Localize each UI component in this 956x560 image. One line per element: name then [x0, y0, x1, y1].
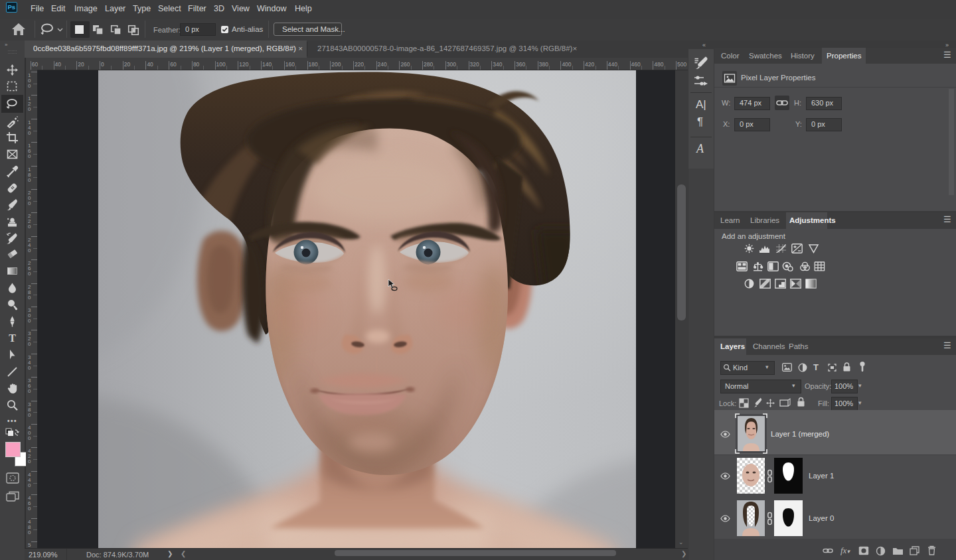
svg-text:T: T [9, 332, 16, 344]
